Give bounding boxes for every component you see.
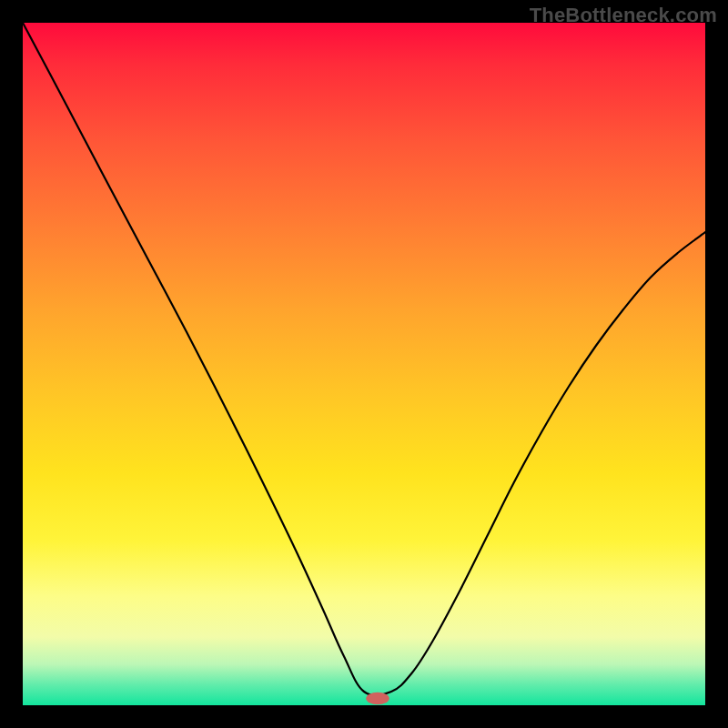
plot-svg [23, 23, 705, 705]
plot-area [23, 23, 705, 705]
chart-frame: TheBottleneck.com [0, 0, 728, 728]
bottleneck-curve [23, 23, 705, 695]
optimal-marker [366, 693, 389, 705]
watermark-text: TheBottleneck.com [530, 4, 717, 27]
